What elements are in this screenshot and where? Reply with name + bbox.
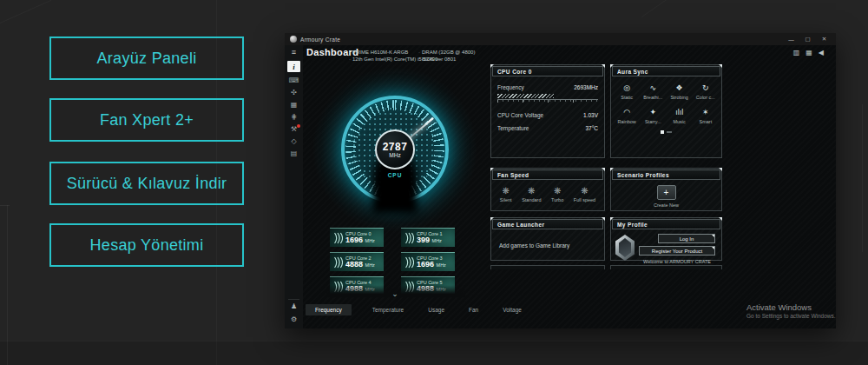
fan-mode-silent[interactable]: ❋Silent: [500, 186, 512, 202]
fan-mode-label: Full speed: [574, 197, 595, 202]
panel-title: Game Launcher: [497, 222, 544, 228]
fan-mode-label: Standard: [522, 197, 541, 202]
cpu-core-tile: CPU Core 0 1696 MHz: [330, 228, 384, 247]
frequency-ruler: [497, 99, 598, 103]
gauge-center: 2787 MHz: [375, 129, 415, 169]
game-launcher-panel: Game Launcher Add games to Game Library: [490, 217, 605, 261]
my-profile-panel: My Profile Log In Register Your Product …: [610, 217, 722, 261]
devices-icon[interactable]: ⌨: [289, 76, 299, 85]
music-icon: ılıl: [667, 108, 693, 117]
featured-icon[interactable]: ◇: [291, 137, 296, 146]
panel-title: Fan Speed: [497, 172, 529, 178]
panel-title: Aura Sync: [617, 69, 648, 75]
tab-temperature[interactable]: Temperature: [369, 304, 408, 315]
static-icon: ◎: [614, 83, 640, 93]
watermark-line1: Activate Windows: [746, 302, 836, 312]
sidebar-item-dashboard[interactable]: i: [287, 61, 300, 72]
header-toolbar: ▥ ▦ ◀: [793, 49, 824, 56]
interface-panel-button[interactable]: Arayüz Paneli: [49, 36, 244, 80]
dram-info: DRAM (32GB @ 4800): [418, 50, 475, 56]
menu-icon[interactable]: ≡: [292, 49, 296, 56]
widgets-icon[interactable]: ▦: [806, 49, 812, 56]
tab-voltage[interactable]: Voltage: [499, 304, 525, 315]
chevron-down-icon[interactable]: ⌄: [385, 290, 404, 297]
metric-tab-bar: Frequency Temperature Usage Fan Voltage: [306, 304, 525, 315]
aura-effect-rainbow[interactable]: ◠Rainbow: [614, 108, 640, 124]
frequency-bar: [497, 94, 554, 98]
aura-sync-icon[interactable]: ✣: [291, 89, 297, 97]
fan-mode-standard[interactable]: ❋Standard: [522, 186, 541, 202]
minimize-button[interactable]: —: [785, 36, 798, 43]
scenario-profiles-panel: Scenario Profiles + Create New: [610, 168, 722, 211]
performance-icon[interactable]: ▥: [793, 49, 800, 56]
fan-xpert-button[interactable]: Fan Xpert 2+: [49, 98, 244, 142]
driver-manual-download-button[interactable]: Sürücü & Kılavuz İndir: [49, 162, 244, 205]
page-indicator[interactable]: [611, 130, 721, 134]
maximize-button[interactable]: ▢: [801, 36, 814, 43]
tile-unit: MHz: [365, 238, 375, 243]
megaphone-icon[interactable]: ◀: [819, 49, 824, 56]
aura-effect-static[interactable]: ◎Static: [614, 83, 640, 100]
starry-night-icon: ✦: [640, 108, 666, 117]
page-dot-active: [661, 130, 664, 134]
cpu-core-tile: CPU Core 3 1696 MHz: [401, 252, 455, 271]
log-in-button[interactable]: Log In: [658, 234, 715, 243]
panel-sliver: [610, 265, 722, 269]
tab-usage[interactable]: Usage: [424, 304, 448, 315]
cpu-core0-panel: CPU Core 0 Frequency2693MHz CPU Core Vol…: [490, 64, 605, 158]
panel-title: Scenario Profiles: [617, 172, 669, 178]
tile-value: 399: [417, 236, 430, 244]
panel-title: CPU Core 0: [497, 69, 532, 75]
fan-icon: ❋: [522, 186, 541, 196]
fan-mode-turbo[interactable]: ❋Turbo: [551, 186, 563, 202]
aura-sync-panel: Aura Sync ◎Static ∿Breathi... ❖Strobing …: [610, 64, 722, 158]
aura-effect-music[interactable]: ılılMusic: [667, 108, 693, 124]
aura-effect-label: Strobing: [667, 95, 693, 100]
scenario-profiles-icon[interactable]: ▦: [291, 101, 298, 110]
news-icon[interactable]: ▤: [291, 149, 298, 158]
gear-icon[interactable]: ⚙: [291, 315, 297, 323]
frequency-wave-icon: [332, 232, 343, 244]
welcome-text: Welcome to ARMOURY CRATE: [643, 259, 711, 264]
decor-line: [0, 0, 51, 25]
aura-effect-label: Static: [614, 95, 640, 100]
decor-bottom-band: [0, 341, 868, 365]
aura-effect-starry-night[interactable]: ✦Starry...: [640, 108, 666, 124]
tile-value: 1696: [345, 236, 363, 244]
color-cycle-icon: ↻: [693, 83, 719, 93]
fan-icon: ❋: [551, 186, 563, 196]
frequency-value: 2693MHz: [574, 84, 598, 90]
tools-icon[interactable]: ⚒: [291, 125, 297, 134]
panel-header: My Profile: [612, 219, 720, 229]
aura-effect-color-cycle[interactable]: ↻Color c...: [693, 83, 719, 100]
decor-line: [862, 104, 863, 252]
tile-value: 1696: [417, 260, 434, 269]
panel-sliver: [490, 265, 605, 269]
fan-mode-label: Turbo: [551, 197, 563, 202]
register-product-button[interactable]: Register Your Product: [639, 246, 715, 256]
breathing-icon: ∿: [640, 83, 666, 93]
aura-effect-smart[interactable]: ✶Smart: [693, 108, 719, 124]
fan-mode-full-speed[interactable]: ❋Full speed: [574, 186, 595, 202]
tab-fan[interactable]: Fan: [465, 304, 482, 315]
gauge-unit: MHz: [389, 152, 400, 158]
activate-windows-watermark: Activate Windows Go to Settings to activ…: [746, 302, 836, 319]
aura-effect-strobing[interactable]: ❖Strobing: [667, 83, 693, 100]
temperature-label: Temperature: [497, 125, 529, 131]
fan-xpert-icon[interactable]: ⋕: [291, 113, 297, 122]
aura-effect-breathing[interactable]: ∿Breathi...: [640, 83, 666, 100]
close-button[interactable]: ✕: [818, 36, 831, 43]
fan-speed-panel: Fan Speed ❋Silent ❋Standard ❋Turbo ❋Full…: [490, 168, 605, 211]
account-management-button[interactable]: Hesap Yönetimi: [49, 223, 244, 267]
decor-line: [0, 205, 10, 206]
armoury-crate-logo: [615, 235, 635, 261]
create-profile-button[interactable]: +: [657, 185, 676, 200]
voltage-label: CPU Core Voltage: [497, 112, 543, 118]
smart-icon: ✶: [693, 108, 719, 117]
tab-frequency[interactable]: Frequency: [306, 304, 352, 315]
user-icon[interactable]: ♟: [291, 302, 297, 310]
aura-effect-label: Breathi...: [640, 95, 666, 100]
armoury-crate-window: Armoury Crate — ▢ ✕ ≡ i ⌨ ✣ ▦ ⋕ ⚒ ◇ ▤ ♟ …: [285, 33, 836, 328]
tile-unit: MHz: [437, 262, 446, 268]
bios-info: BIOS ver 0801: [418, 56, 475, 63]
